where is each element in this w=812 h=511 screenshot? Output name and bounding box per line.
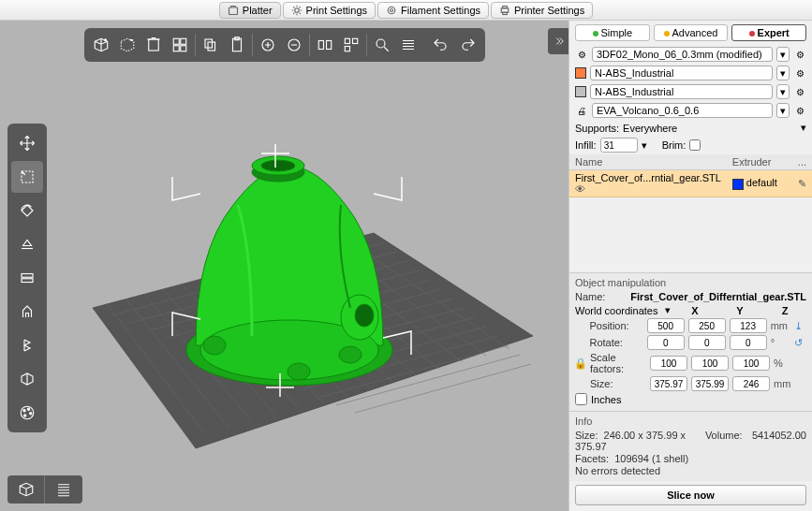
scale-y-input[interactable] bbox=[691, 356, 729, 371]
extruder-name: default bbox=[746, 177, 777, 188]
collapse-sidebar-button[interactable] bbox=[548, 28, 568, 54]
svg-rect-25 bbox=[22, 274, 33, 278]
toolbar-top bbox=[84, 28, 485, 62]
seam-paint-tool[interactable] bbox=[11, 329, 43, 361]
color-tool[interactable] bbox=[11, 397, 43, 429]
inches-checkbox[interactable] bbox=[575, 393, 587, 405]
col-extruder[interactable]: Extruder bbox=[727, 154, 792, 170]
filament-swatch[interactable] bbox=[575, 67, 586, 79]
place-on-face-tool[interactable] bbox=[11, 228, 43, 260]
filament-swatch[interactable] bbox=[575, 86, 586, 97]
dropdown-icon[interactable]: ▾ bbox=[776, 47, 790, 62]
reset-rotation-icon[interactable]: ↺ bbox=[794, 337, 806, 349]
filament1-preset-row: N-ABS_Industrial ▾ ⚙ bbox=[569, 64, 812, 82]
scale-tool[interactable] bbox=[11, 161, 43, 193]
slice-button[interactable]: Slice now bbox=[575, 485, 806, 505]
svg-rect-0 bbox=[229, 7, 237, 15]
col-edit[interactable]: ... bbox=[792, 154, 812, 170]
rot-x-input[interactable] bbox=[647, 335, 685, 350]
mode-simple[interactable]: Simple bbox=[575, 24, 650, 41]
gear-icon: ⚙ bbox=[575, 48, 588, 61]
tab-label: Platter bbox=[243, 5, 273, 16]
visibility-icon[interactable]: 👁 bbox=[575, 183, 585, 195]
tab-platter[interactable]: Platter bbox=[219, 2, 281, 19]
svg-point-1 bbox=[294, 7, 299, 12]
name-label: Name: bbox=[575, 291, 627, 302]
dropdown-icon[interactable]: ▾ bbox=[642, 139, 647, 152]
paste-button[interactable] bbox=[224, 32, 250, 58]
svg-rect-21 bbox=[352, 38, 357, 43]
col-name[interactable]: Name bbox=[569, 154, 727, 170]
delete-button[interactable] bbox=[114, 32, 140, 58]
add-button[interactable] bbox=[88, 32, 114, 58]
tab-label: Printer Settings bbox=[514, 5, 584, 16]
coord-mode-select[interactable]: World coordinates bbox=[575, 305, 661, 316]
scale-x-input[interactable] bbox=[650, 356, 687, 371]
move-tool[interactable] bbox=[11, 127, 43, 159]
svg-rect-13 bbox=[208, 42, 215, 51]
edit-icon[interactable]: ✎ bbox=[792, 170, 812, 197]
layers-button[interactable] bbox=[395, 32, 421, 58]
info-facets-label: Facets: bbox=[575, 453, 609, 464]
tab-print-settings[interactable]: Print Settings bbox=[283, 2, 376, 19]
dropdown-icon[interactable]: ▾ bbox=[776, 84, 790, 99]
rot-y-input[interactable] bbox=[688, 335, 726, 350]
info-panel: Info Size: 246.00 x 375.99 x 375.97 Volu… bbox=[569, 411, 812, 481]
gear-icon[interactable]: ⚙ bbox=[793, 66, 806, 80]
svg-point-28 bbox=[23, 410, 25, 412]
infill-input[interactable] bbox=[600, 138, 638, 153]
dropdown-icon[interactable]: ▾ bbox=[665, 304, 671, 316]
arrange-button[interactable] bbox=[167, 32, 193, 58]
mmu-paint-tool[interactable] bbox=[11, 363, 43, 395]
instance-remove-button[interactable] bbox=[281, 32, 307, 58]
svg-point-3 bbox=[391, 8, 393, 11]
instance-add-button[interactable] bbox=[255, 32, 281, 58]
cut-tool[interactable] bbox=[11, 262, 43, 294]
lock-icon[interactable]: 🔒 bbox=[575, 358, 586, 370]
brim-checkbox[interactable] bbox=[689, 139, 701, 151]
size-z-input[interactable] bbox=[732, 376, 770, 391]
delete-all-button[interactable] bbox=[140, 32, 167, 58]
drop-to-bed-icon[interactable]: ⤓ bbox=[794, 320, 806, 332]
gear-icon[interactable]: ⚙ bbox=[793, 48, 806, 61]
rotate-tool[interactable] bbox=[11, 195, 43, 226]
print-preset-select[interactable]: 3DF02_Mono_06_0.3mm (modified) bbox=[592, 47, 773, 62]
pos-z-input[interactable] bbox=[730, 318, 767, 333]
support-paint-tool[interactable] bbox=[11, 296, 43, 328]
scale-z-input[interactable] bbox=[732, 356, 770, 371]
search-button[interactable] bbox=[369, 32, 395, 58]
size-y-input[interactable] bbox=[691, 376, 729, 391]
dropdown-icon[interactable]: ▾ bbox=[776, 103, 790, 118]
mode-advanced[interactable]: Advanced bbox=[654, 24, 729, 41]
tab-printer-settings[interactable]: Printer Settings bbox=[491, 2, 593, 19]
size-x-input[interactable] bbox=[650, 376, 687, 391]
dropdown-icon[interactable]: ▾ bbox=[776, 66, 790, 80]
printer-preset-select[interactable]: EVA_Volcano_0.6_0.6 bbox=[592, 103, 773, 118]
pos-x-input[interactable] bbox=[647, 318, 685, 333]
filament1-preset-select[interactable]: N-ABS_Industrial bbox=[590, 66, 773, 80]
split-parts-button[interactable] bbox=[338, 32, 364, 58]
redo-button[interactable] bbox=[455, 32, 481, 58]
extruder-swatch[interactable] bbox=[732, 179, 744, 190]
supports-label: Supports: bbox=[575, 123, 619, 134]
gear-icon[interactable]: ⚙ bbox=[793, 85, 806, 98]
gear-icon[interactable]: ⚙ bbox=[793, 104, 806, 117]
copy-button[interactable] bbox=[198, 32, 224, 58]
viewport-3d[interactable] bbox=[0, 21, 568, 511]
view-preview-button[interactable] bbox=[45, 475, 82, 504]
svg-point-23 bbox=[376, 39, 385, 48]
undo-button[interactable] bbox=[427, 32, 453, 58]
svg-rect-9 bbox=[180, 38, 185, 44]
top-tabs: Platter Print Settings Filament Settings… bbox=[0, 0, 812, 21]
supports-select[interactable]: Everywhere bbox=[623, 123, 797, 134]
view-3d-button[interactable] bbox=[7, 475, 45, 504]
split-objects-button[interactable] bbox=[312, 32, 338, 58]
table-row[interactable]: First_Cover_of...rntial_gear.STL 👁 defau… bbox=[569, 170, 812, 197]
pos-y-input[interactable] bbox=[688, 318, 726, 333]
filament2-preset-select[interactable]: N-ABS_Industrial bbox=[590, 84, 773, 99]
mode-expert[interactable]: Expert bbox=[731, 24, 806, 41]
tab-filament-settings[interactable]: Filament Settings bbox=[377, 2, 489, 19]
rot-z-input[interactable] bbox=[730, 335, 767, 350]
dropdown-icon[interactable]: ▾ bbox=[801, 122, 806, 134]
info-errors: No errors detected bbox=[575, 465, 806, 476]
